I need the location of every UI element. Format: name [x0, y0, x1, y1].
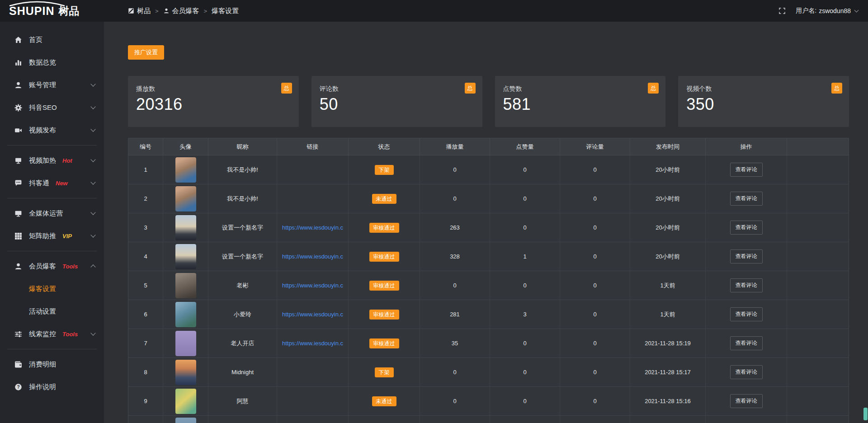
chevron-icon — [90, 330, 95, 335]
avatar — [175, 389, 196, 414]
breadcrumb-separator: > — [204, 8, 208, 14]
sidebar-item[interactable]: 视频加热 Hot — [0, 149, 104, 172]
cell-likes: 0 — [490, 213, 560, 242]
stat-card-label: 点赞数 — [503, 85, 658, 93]
sidebar-item[interactable]: ? 操作说明 — [0, 376, 104, 398]
cell-plays: 328 — [420, 242, 490, 271]
cell-avatar — [163, 213, 208, 242]
breadcrumb-item[interactable]: 会员爆客 — [172, 7, 199, 15]
view-comments-button[interactable]: 查看评论 — [730, 163, 763, 177]
table-row: 6 小爱玲 https://www.iesdouyin.c 审核通过 281 3 — [128, 300, 849, 329]
promo-settings-button[interactable]: 推广设置 — [128, 45, 164, 60]
sidebar-item[interactable]: 视频发布 — [0, 119, 104, 141]
cell-plays: 0 — [420, 155, 490, 184]
cell-nickname: Midnight — [208, 358, 277, 386]
cell-nickname: 小爱玲 — [208, 300, 277, 329]
stat-card: 视频个数 350 总 — [678, 76, 849, 127]
view-comments-button[interactable]: 查看评论 — [730, 249, 763, 263]
sidebar-item[interactable]: 全媒体运营 — [0, 202, 104, 225]
user-icon — [163, 8, 170, 14]
sidebar-divider — [7, 251, 97, 251]
sidebar-item-label: 操作说明 — [29, 383, 56, 391]
sidebar-item[interactable]: 矩阵助推 VIP — [0, 225, 104, 247]
status-badge: 下架 — [375, 367, 394, 377]
username-label: 用户名: — [796, 7, 816, 15]
cell-time: 1天前 — [630, 271, 706, 300]
logo-text-en: SHUPIN — [9, 5, 54, 17]
wallet-icon — [14, 361, 23, 368]
sidebar-item[interactable]: 数据总览 — [0, 51, 104, 74]
sidebar-item[interactable]: 抖客通 New — [0, 172, 104, 194]
sidebar-item[interactable]: 首页 — [0, 28, 104, 51]
cell-time: 2021-11-28 15:16 — [630, 387, 706, 415]
view-comments-button[interactable]: 查看评论 — [730, 278, 763, 292]
cell-likes: 0 — [490, 387, 560, 415]
cell-plays: 0 — [420, 271, 490, 300]
view-comments-button[interactable]: 查看评论 — [730, 307, 763, 321]
fullscreen-icon[interactable] — [778, 7, 786, 14]
video-link[interactable]: https://www.iesdouyin.c — [282, 282, 343, 289]
chevron-icon — [90, 264, 95, 269]
breadcrumb-item[interactable]: 树品 — [137, 7, 151, 15]
sidebar-item-label: 数据总览 — [29, 58, 56, 67]
cell-status: 审核通过 — [349, 213, 420, 242]
table-row — [128, 416, 849, 423]
cell-id: 8 — [128, 358, 163, 386]
chat-icon — [14, 179, 23, 187]
avatar — [175, 302, 196, 327]
video-link[interactable]: https://www.iesdouyin.c — [282, 224, 343, 231]
view-comments-button[interactable]: 查看评论 — [730, 365, 763, 379]
sidebar-item-label: 消费明细 — [29, 360, 56, 369]
view-comments-button[interactable]: 查看评论 — [730, 192, 763, 206]
stat-card-value: 581 — [503, 95, 658, 114]
cell-likes: 0 — [490, 155, 560, 184]
video-link[interactable]: https://www.iesdouyin.c — [282, 311, 343, 318]
total-badge: 总 — [648, 83, 659, 94]
col-header-actions: 操作 — [706, 138, 787, 155]
sidebar-item[interactable]: 线索监控 Tools — [0, 323, 104, 345]
sidebar-item[interactable]: 账号管理 — [0, 74, 104, 96]
cell-avatar — [163, 416, 208, 423]
table-row: 5 老彬 https://www.iesdouyin.c 审核通过 0 0 — [128, 271, 849, 300]
video-link[interactable]: https://www.iesdouyin.c — [282, 253, 343, 260]
cell-time: 2021-11-28 15:17 — [630, 358, 706, 386]
cell-time: 20小时前 — [630, 242, 706, 271]
cell-avatar — [163, 242, 208, 271]
sidebar-item[interactable]: 会员爆客 Tools — [0, 255, 104, 277]
cell-plays: 0 — [420, 184, 490, 213]
avatar — [175, 331, 196, 356]
cell-link: https://www.iesdouyin.c — [277, 300, 349, 329]
chevron-icon — [90, 179, 95, 184]
cell-likes: 0 — [490, 329, 560, 357]
col-header-likes: 点赞量 — [490, 138, 560, 155]
sidebar: SHUPIN 树品 首页 数据总览 — [0, 0, 104, 423]
sidebar-item[interactable]: 消费明细 — [0, 353, 104, 376]
cell-link — [277, 358, 349, 386]
videos-table: 编号 头像 昵称 链接 状态 播放量 点赞量 评论量 发布时间 操作 1 — [128, 138, 849, 423]
cell-plays: 281 — [420, 300, 490, 329]
chevron-icon — [90, 104, 95, 109]
cell-status: 未通过 — [349, 387, 420, 415]
video-link[interactable]: https://www.iesdouyin.c — [282, 340, 343, 347]
view-comments-button[interactable]: 查看评论 — [730, 221, 763, 235]
sidebar-item[interactable]: 抖音SEO — [0, 96, 104, 119]
cell-plays: 35 — [420, 329, 490, 357]
cell-comments: 0 — [560, 184, 630, 213]
cell-link — [277, 184, 349, 213]
cell-nickname: 我不是小帅! — [208, 155, 277, 184]
logo-wordmark: SHUPIN — [9, 5, 54, 17]
sidebar-item[interactable]: 爆客设置 — [0, 277, 104, 300]
view-comments-button[interactable]: 查看评论 — [730, 336, 763, 350]
total-badge: 总 — [465, 83, 476, 94]
cell-link: https://www.iesdouyin.c — [277, 271, 349, 300]
user-menu[interactable]: 用户名: zswodun88 — [796, 7, 858, 15]
cell-status: 未通过 — [349, 184, 420, 213]
stat-card-label: 评论数 — [320, 85, 474, 93]
stat-card-value: 50 — [320, 95, 474, 114]
sidebar-item[interactable]: 活动设置 — [0, 300, 104, 323]
cell-nickname: 阿慧 — [208, 387, 277, 415]
view-comments-button[interactable]: 查看评论 — [730, 394, 763, 408]
cell-avatar — [163, 155, 208, 184]
cell-link — [277, 387, 349, 415]
scrollbar-thumb[interactable] — [863, 408, 868, 420]
